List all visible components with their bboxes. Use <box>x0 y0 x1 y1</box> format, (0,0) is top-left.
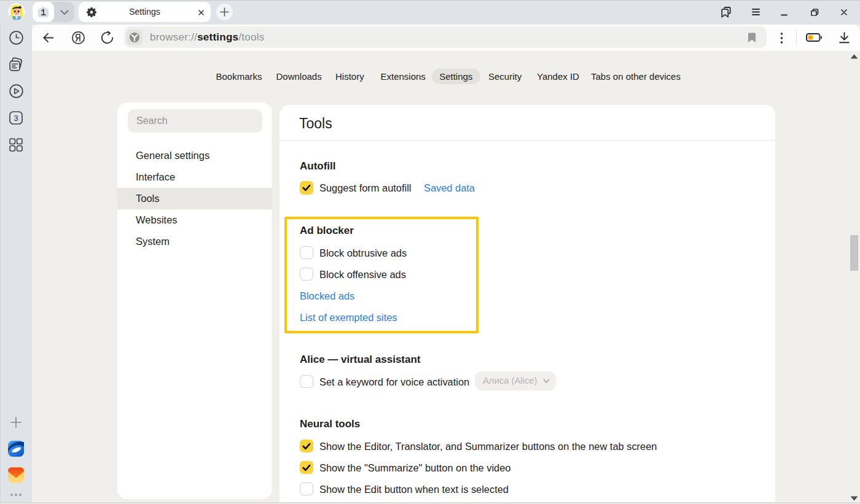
svg-text:3: 3 <box>14 114 18 123</box>
